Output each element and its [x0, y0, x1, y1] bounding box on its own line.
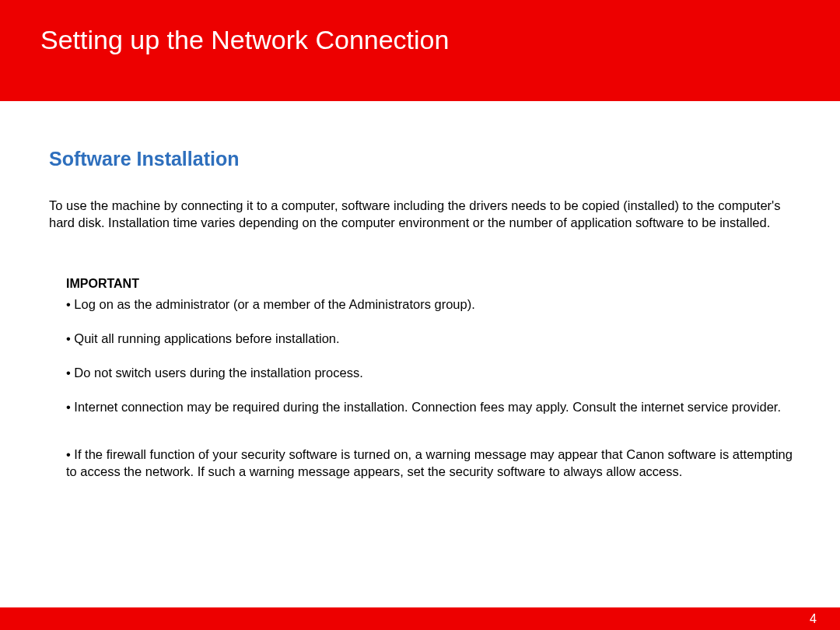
page-title: Setting up the Network Connection — [40, 25, 800, 55]
intro-paragraph: To use the machine by connecting it to a… — [49, 197, 793, 232]
section-title: Software Installation — [49, 148, 793, 170]
page-number: 4 — [810, 612, 817, 626]
important-section: IMPORTANT • Log on as the administrator … — [49, 277, 793, 481]
bullet-item: • Internet connection may be required du… — [66, 398, 793, 415]
important-label: IMPORTANT — [66, 277, 793, 291]
bullet-item: • If the firewall function of your secur… — [66, 446, 793, 481]
bullet-item: • Log on as the administrator (or a memb… — [66, 296, 793, 313]
page-header: Setting up the Network Connection — [0, 0, 840, 101]
page-content: Software Installation To use the machine… — [0, 101, 840, 480]
bullet-item: • Quit all running applications before i… — [66, 330, 793, 347]
page-footer: 4 — [0, 607, 840, 630]
bullet-item: • Do not switch users during the install… — [66, 364, 793, 381]
